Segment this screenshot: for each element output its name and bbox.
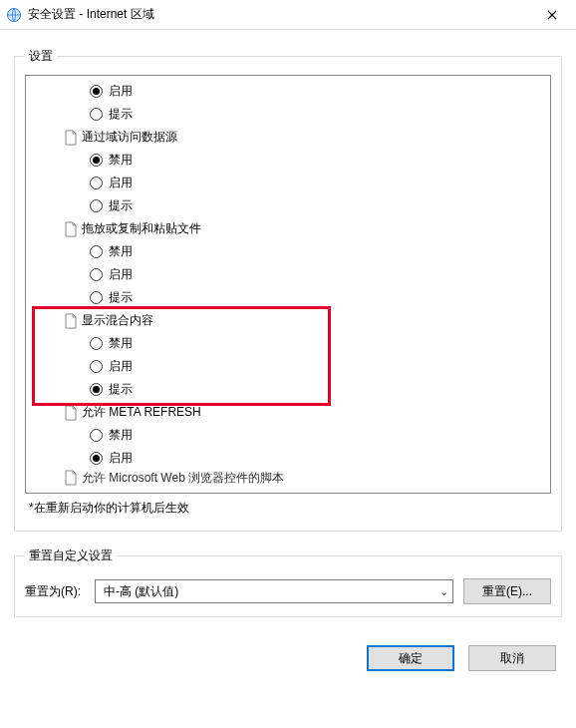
reset-label: 重置为(R): xyxy=(25,583,85,600)
radio-icon xyxy=(90,154,103,167)
ok-button[interactable]: 确定 xyxy=(367,645,454,671)
window-title: 安全设置 - Internet 区域 xyxy=(28,6,532,23)
radio-icon xyxy=(90,429,103,442)
radio-icon xyxy=(90,291,103,304)
radio-icon xyxy=(90,245,103,258)
category-row: 通过域访问数据源 xyxy=(26,126,550,149)
radio-option[interactable]: 启用 xyxy=(26,263,550,286)
option-label: 禁用 xyxy=(109,152,133,169)
titlebar: 安全设置 - Internet 区域 xyxy=(0,0,576,30)
chevron-down-icon: ⌄ xyxy=(439,585,448,598)
reset-button[interactable]: 重置(E)... xyxy=(463,578,551,604)
category-label: 通过域访问数据源 xyxy=(82,129,177,146)
option-label: 启用 xyxy=(109,83,133,100)
category-label: 显示混合内容 xyxy=(82,312,153,329)
page-icon xyxy=(64,470,78,486)
radio-icon xyxy=(90,452,103,465)
internet-options-icon xyxy=(6,7,22,23)
cancel-button[interactable]: 取消 xyxy=(468,645,556,671)
option-label: 提示 xyxy=(109,106,133,123)
category-row: 拖放或复制和粘贴文件 xyxy=(26,217,550,240)
radio-option[interactable]: 启用 xyxy=(26,80,550,103)
radio-option[interactable]: 提示 xyxy=(26,194,550,217)
radio-option[interactable]: 禁用 xyxy=(26,149,550,172)
radio-icon xyxy=(90,337,103,350)
radio-option[interactable]: 禁用 xyxy=(26,240,550,263)
radio-icon xyxy=(90,85,103,98)
option-label: 启用 xyxy=(109,450,133,467)
category-row: 允许 Microsoft Web 浏览器控件的脚本 xyxy=(26,470,550,486)
settings-tree: 启用提示通过域访问数据源禁用启用提示拖放或复制和粘贴文件禁用启用提示显示混合内容… xyxy=(25,75,551,494)
category-label: 允许 Microsoft Web 浏览器控件的脚本 xyxy=(82,470,284,486)
reset-combo-value: 中-高 (默认值) xyxy=(104,583,178,600)
option-label: 启用 xyxy=(109,266,133,283)
reset-group: 重置自定义设置 重置为(R): 中-高 (默认值) ⌄ 重置(E)... xyxy=(14,547,562,617)
radio-icon xyxy=(90,199,103,212)
radio-icon xyxy=(90,360,103,373)
reset-row: 重置为(R): 中-高 (默认值) ⌄ 重置(E)... xyxy=(25,578,551,604)
radio-icon xyxy=(90,383,103,396)
radio-icon xyxy=(90,177,103,189)
reset-level-combo[interactable]: 中-高 (默认值) ⌄ xyxy=(95,579,453,603)
page-icon xyxy=(64,221,78,237)
radio-option[interactable]: 启用 xyxy=(26,355,550,378)
option-label: 禁用 xyxy=(109,243,133,260)
option-label: 禁用 xyxy=(109,427,133,444)
radio-option[interactable]: 提示 xyxy=(26,378,550,401)
radio-option[interactable]: 提示 xyxy=(26,286,550,309)
option-label: 提示 xyxy=(109,381,133,398)
radio-option[interactable]: 提示 xyxy=(26,103,550,126)
option-label: 禁用 xyxy=(109,335,133,352)
radio-option[interactable]: 启用 xyxy=(26,447,550,470)
settings-legend: 设置 xyxy=(25,48,57,65)
category-row: 允许 META REFRESH xyxy=(26,401,550,424)
close-button[interactable] xyxy=(532,1,572,29)
restart-footnote: *在重新启动你的计算机后生效 xyxy=(29,500,551,517)
settings-group: 设置 启用提示通过域访问数据源禁用启用提示拖放或复制和粘贴文件禁用启用提示显示混… xyxy=(14,48,562,532)
category-label: 允许 META REFRESH xyxy=(82,404,201,421)
reset-legend: 重置自定义设置 xyxy=(25,547,117,564)
category-label: 拖放或复制和粘贴文件 xyxy=(82,220,201,237)
category-row: 显示混合内容 xyxy=(26,309,550,332)
page-icon xyxy=(64,313,78,329)
radio-icon xyxy=(90,108,103,121)
radio-option[interactable]: 禁用 xyxy=(26,332,550,355)
option-label: 启用 xyxy=(109,358,133,375)
option-label: 启用 xyxy=(109,175,133,191)
option-label: 提示 xyxy=(109,197,133,214)
settings-scroll[interactable]: 启用提示通过域访问数据源禁用启用提示拖放或复制和粘贴文件禁用启用提示显示混合内容… xyxy=(26,76,550,493)
radio-option[interactable]: 禁用 xyxy=(26,424,550,447)
radio-icon xyxy=(90,268,103,281)
page-icon xyxy=(64,130,78,146)
option-label: 提示 xyxy=(109,289,133,306)
dialog-footer: 确定 取消 xyxy=(14,645,562,671)
dialog-body: 设置 启用提示通过域访问数据源禁用启用提示拖放或复制和粘贴文件禁用启用提示显示混… xyxy=(0,30,576,728)
page-icon xyxy=(64,405,78,421)
radio-option[interactable]: 启用 xyxy=(26,172,550,194)
